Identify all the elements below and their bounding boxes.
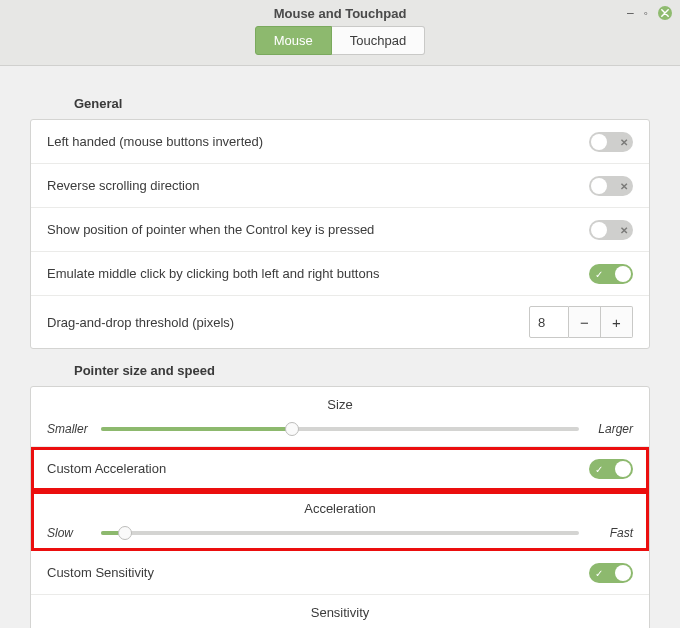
row-show-position: Show position of pointer when the Contro…	[31, 208, 649, 252]
row-left-handed: Left handed (mouse buttons inverted) ✕	[31, 120, 649, 164]
label-emulate-middle: Emulate middle click by clicking both le…	[47, 266, 589, 281]
toggle-show-position[interactable]: ✕	[589, 220, 633, 240]
tab-bar: Mouse Touchpad	[0, 26, 680, 65]
panel-general: Left handed (mouse buttons inverted) ✕ R…	[30, 119, 650, 349]
content-area: General Left handed (mouse buttons inver…	[0, 66, 680, 628]
close-icon[interactable]	[658, 6, 672, 20]
row-custom-sensitivity: Custom Sensitivity ✓	[31, 551, 649, 595]
size-min-label: Smaller	[47, 422, 91, 436]
titlebar: Mouse and Touchpad – ◦	[0, 0, 680, 26]
label-custom-acceleration: Custom Acceleration	[47, 461, 589, 476]
slider-title-size: Size	[47, 397, 633, 412]
toggle-reverse-scroll[interactable]: ✕	[589, 176, 633, 196]
cross-icon: ✕	[620, 180, 628, 191]
label-dnd-threshold: Drag-and-drop threshold (pixels)	[47, 315, 529, 330]
toggle-left-handed[interactable]: ✕	[589, 132, 633, 152]
tab-touchpad[interactable]: Touchpad	[332, 26, 425, 55]
label-custom-sensitivity: Custom Sensitivity	[47, 565, 589, 580]
maximize-icon[interactable]: ◦	[644, 6, 648, 20]
panel-pointer: Size Smaller Larger Custom Acceleration …	[30, 386, 650, 628]
slider-title-acceleration: Acceleration	[47, 501, 633, 516]
tab-mouse[interactable]: Mouse	[255, 26, 332, 55]
row-size: Size Smaller Larger	[31, 387, 649, 447]
label-reverse-scroll: Reverse scrolling direction	[47, 178, 589, 193]
size-slider[interactable]	[101, 422, 579, 436]
cross-icon: ✕	[620, 136, 628, 147]
size-max-label: Larger	[589, 422, 633, 436]
minimize-icon[interactable]: –	[627, 6, 634, 20]
row-acceleration: Acceleration Slow Fast	[31, 491, 649, 551]
spin-dnd-threshold: − +	[529, 306, 633, 338]
toggle-emulate-middle[interactable]: ✓	[589, 264, 633, 284]
slider-title-sensitivity: Sensitivity	[47, 605, 633, 620]
toggle-custom-acceleration[interactable]: ✓	[589, 459, 633, 479]
label-show-position: Show position of pointer when the Contro…	[47, 222, 589, 237]
row-reverse-scroll: Reverse scrolling direction ✕	[31, 164, 649, 208]
label-left-handed: Left handed (mouse buttons inverted)	[47, 134, 589, 149]
check-icon: ✓	[595, 567, 603, 578]
window-controls: – ◦	[627, 0, 672, 26]
section-title-general: General	[74, 96, 650, 111]
cross-icon: ✕	[620, 224, 628, 235]
window-title: Mouse and Touchpad	[274, 6, 407, 21]
row-sensitivity: Sensitivity Low High	[31, 595, 649, 628]
row-custom-acceleration: Custom Acceleration ✓	[31, 447, 649, 491]
check-icon: ✓	[595, 268, 603, 279]
row-dnd-threshold: Drag-and-drop threshold (pixels) − +	[31, 296, 649, 348]
window-header: Mouse and Touchpad – ◦ Mouse Touchpad	[0, 0, 680, 66]
section-title-pointer: Pointer size and speed	[74, 363, 650, 378]
acceleration-min-label: Slow	[47, 526, 91, 540]
row-emulate-middle: Emulate middle click by clicking both le…	[31, 252, 649, 296]
toggle-custom-sensitivity[interactable]: ✓	[589, 563, 633, 583]
check-icon: ✓	[595, 463, 603, 474]
dnd-threshold-input[interactable]	[529, 306, 569, 338]
acceleration-slider[interactable]	[101, 526, 579, 540]
dnd-threshold-decrement[interactable]: −	[569, 306, 601, 338]
acceleration-max-label: Fast	[589, 526, 633, 540]
dnd-threshold-increment[interactable]: +	[601, 306, 633, 338]
